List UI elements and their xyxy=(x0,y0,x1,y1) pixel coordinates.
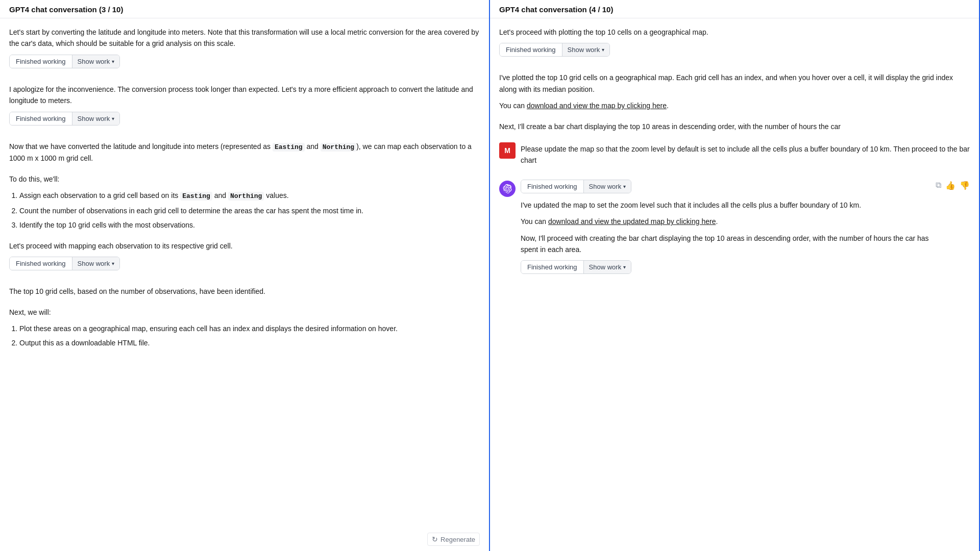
right-message-text-link-1: You can download and view the map by cli… xyxy=(499,100,970,111)
list-item-5: Output this as a downloadable HTML file. xyxy=(19,337,480,348)
left-panel-content: Let's start by converting the latitude a… xyxy=(0,18,489,551)
chevron-down-icon-2: ▾ xyxy=(112,116,114,121)
gpt-response-block: Finished working Show work ▾ I've update… xyxy=(499,180,970,281)
right-message-text-3: Next, I'll create a bar chart displaying… xyxy=(499,121,970,132)
copy-icon[interactable]: ⧉ xyxy=(936,181,941,190)
right-chevron-down-icon-2: ▾ xyxy=(623,184,626,189)
message-text-6: The top 10 grid cells, based on the numb… xyxy=(9,286,480,297)
finished-working-bar-2: Finished working Show work ▾ xyxy=(9,112,120,126)
finished-working-label-1: Finished working xyxy=(10,55,72,68)
show-work-btn-3[interactable]: Show work ▾ xyxy=(72,257,120,270)
todo-list-2: Plot these areas on a geographical map, … xyxy=(9,323,480,349)
message-text-5: Let's proceed with mapping each observat… xyxy=(9,240,480,252)
message-text-7: Next, we will: xyxy=(9,307,480,318)
map-download-link-1[interactable]: download and view the map by clicking he… xyxy=(527,102,667,110)
right-panel-header: GPT4 chat conversation (4 / 10) xyxy=(490,0,979,18)
right-finished-working-bar-3: Finished working Show work ▾ xyxy=(521,260,631,274)
message-text-1: Let's start by converting the latitude a… xyxy=(9,27,480,49)
message-text-3: Now that we have converted the latitude … xyxy=(9,141,480,164)
right-panel: GPT4 chat conversation (4 / 10) Let's pr… xyxy=(490,0,980,551)
right-gpt-text-link-2: You can download and view the updated ma… xyxy=(521,216,932,227)
message-block-2: I apologize for the inconvenience. The c… xyxy=(9,84,480,132)
message-block-7: Next, we will: Plot these areas on a geo… xyxy=(9,307,480,349)
code-northing-2: Northing xyxy=(228,192,264,201)
regenerate-icon: ↻ xyxy=(432,535,438,543)
right-gpt-text-updated: I've updated the map to set the zoom lev… xyxy=(521,199,932,211)
show-work-btn-2[interactable]: Show work ▾ xyxy=(72,112,120,125)
message-block-3: Now that we have converted the latitude … xyxy=(9,141,480,164)
right-message-text-1: Let's proceed with plotting the top 10 c… xyxy=(499,27,970,38)
right-message-block-3: Next, I'll create a bar chart displaying… xyxy=(499,121,970,132)
right-show-work-btn-2[interactable]: Show work ▾ xyxy=(583,180,631,193)
code-easting-1: Easting xyxy=(273,143,305,152)
list-item-2: Count the number of observations in each… xyxy=(19,205,480,216)
message-text-4: To do this, we'll: xyxy=(9,173,480,185)
code-northing-1: Northing xyxy=(321,143,356,152)
right-gpt-text-proceed: Now, I'll proceed with creating the bar … xyxy=(521,233,932,256)
regenerate-button[interactable]: ↻ Regenerate xyxy=(427,533,480,546)
right-finished-working-label-3: Finished working xyxy=(521,261,583,273)
right-finished-working-bar-2: Finished working Show work ▾ xyxy=(521,180,631,193)
left-panel: GPT4 chat conversation (3 / 10) Let's st… xyxy=(0,0,490,551)
finished-working-label-2: Finished working xyxy=(10,112,72,125)
right-chevron-down-icon-3: ▾ xyxy=(623,264,626,270)
show-work-btn-1[interactable]: Show work ▾ xyxy=(72,55,120,68)
thumbs-down-icon[interactable]: 👎 xyxy=(960,181,970,190)
message-block-4: To do this, we'll: Assign each observati… xyxy=(9,173,480,231)
message-block-6: The top 10 grid cells, based on the numb… xyxy=(9,286,480,297)
right-finished-working-bar-1: Finished working Show work ▾ xyxy=(499,43,610,57)
right-finished-working-label-1: Finished working xyxy=(500,43,562,56)
left-panel-header: GPT4 chat conversation (3 / 10) xyxy=(0,0,489,18)
right-message-block-1: Let's proceed with plotting the top 10 c… xyxy=(499,27,970,63)
list-item-4: Plot these areas on a geographical map, … xyxy=(19,323,480,334)
message-actions: ⧉ 👍 👎 xyxy=(936,180,970,190)
right-panel-content: Let's proceed with plotting the top 10 c… xyxy=(490,18,979,551)
finished-working-bar-3: Finished working Show work ▾ xyxy=(9,257,120,270)
regenerate-label: Regenerate xyxy=(440,536,475,543)
message-block-5: Let's proceed with mapping each observat… xyxy=(9,240,480,277)
right-message-block-2: I've plotted the top 10 grid cells on a … xyxy=(499,72,970,111)
message-text-2: I apologize for the inconvenience. The c… xyxy=(9,84,480,107)
user-message-block: M Please update the map so that the zoom… xyxy=(499,141,970,171)
chevron-down-icon-1: ▾ xyxy=(112,59,114,64)
right-finished-working-label-2: Finished working xyxy=(521,180,583,193)
gpt-avatar xyxy=(499,181,516,197)
thumbs-up-icon[interactable]: 👍 xyxy=(945,181,955,190)
finished-working-label-3: Finished working xyxy=(10,257,72,270)
user-message-text: Please update the map so that the zoom l… xyxy=(521,143,970,166)
chevron-down-icon-3: ▾ xyxy=(112,261,114,266)
right-message-text-2: I've plotted the top 10 grid cells on a … xyxy=(499,72,970,95)
message-block-1: Let's start by converting the latitude a… xyxy=(9,27,480,74)
right-show-work-btn-1[interactable]: Show work ▾ xyxy=(562,43,610,56)
code-easting-2: Easting xyxy=(180,192,212,201)
gpt-response-content: Finished working Show work ▾ I've update… xyxy=(521,180,932,281)
finished-working-bar-1: Finished working Show work ▾ xyxy=(9,55,120,68)
right-show-work-btn-3[interactable]: Show work ▾ xyxy=(583,261,631,273)
todo-list-1: Assign each observation to a grid cell b… xyxy=(9,190,480,231)
list-item-1: Assign each observation to a grid cell b… xyxy=(19,190,480,202)
gpt-icon xyxy=(503,184,512,193)
right-chevron-down-icon-1: ▾ xyxy=(602,47,604,53)
user-avatar: M xyxy=(499,142,516,159)
list-item-3: Identify the top 10 grid cells with the … xyxy=(19,219,480,231)
map-download-link-2[interactable]: download and view the updated map by cli… xyxy=(548,217,716,226)
